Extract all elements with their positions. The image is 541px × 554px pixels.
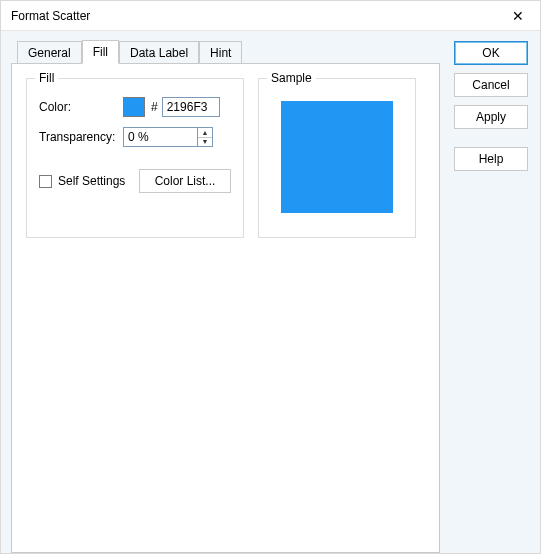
transparency-label: Transparency: — [39, 130, 123, 144]
transparency-spinner: ▲ ▼ — [123, 127, 213, 147]
spinner-up-icon[interactable]: ▲ — [198, 128, 212, 138]
tab-data-label[interactable]: Data Label — [119, 41, 199, 63]
tabstrip: General Fill Data Label Hint Fill Color:… — [11, 39, 440, 553]
help-button[interactable]: Help — [454, 147, 528, 171]
tab-panel-fill: Fill Color: # Transparency: — [11, 63, 440, 553]
apply-button[interactable]: Apply — [454, 105, 528, 129]
hash-symbol: # — [151, 100, 158, 114]
color-list-button[interactable]: Color List... — [139, 169, 231, 193]
self-settings-checkbox[interactable] — [39, 175, 52, 188]
tab-fill[interactable]: Fill — [82, 40, 119, 64]
sample-swatch — [281, 101, 393, 213]
dialog-window: Format Scatter ✕ General Fill Data Label… — [0, 0, 541, 554]
transparency-input[interactable] — [123, 127, 197, 147]
fill-group: Fill Color: # Transparency: — [26, 78, 244, 238]
spinner-buttons: ▲ ▼ — [197, 127, 213, 147]
self-settings-label: Self Settings — [58, 174, 125, 188]
titlebar: Format Scatter ✕ — [1, 1, 540, 31]
sample-group-legend: Sample — [267, 71, 316, 85]
spinner-down-icon[interactable]: ▼ — [198, 138, 212, 147]
color-label: Color: — [39, 100, 123, 114]
tabs: General Fill Data Label Hint — [11, 39, 440, 63]
color-row: Color: # — [39, 97, 231, 117]
right-button-column: OK Cancel Apply Help — [440, 39, 530, 553]
window-title: Format Scatter — [11, 9, 496, 23]
color-swatch[interactable] — [123, 97, 145, 117]
self-settings-row: Self Settings Color List... — [39, 169, 231, 193]
color-hex-input[interactable] — [162, 97, 220, 117]
close-icon[interactable]: ✕ — [496, 1, 540, 31]
fill-group-legend: Fill — [35, 71, 58, 85]
cancel-button[interactable]: Cancel — [454, 73, 528, 97]
dialog-body: General Fill Data Label Hint Fill Color:… — [1, 31, 540, 554]
sample-group: Sample — [258, 78, 416, 238]
transparency-row: Transparency: ▲ ▼ — [39, 127, 231, 147]
tab-general[interactable]: General — [17, 41, 82, 63]
left-pane: General Fill Data Label Hint Fill Color:… — [11, 39, 440, 553]
tab-hint[interactable]: Hint — [199, 41, 242, 63]
ok-button[interactable]: OK — [454, 41, 528, 65]
